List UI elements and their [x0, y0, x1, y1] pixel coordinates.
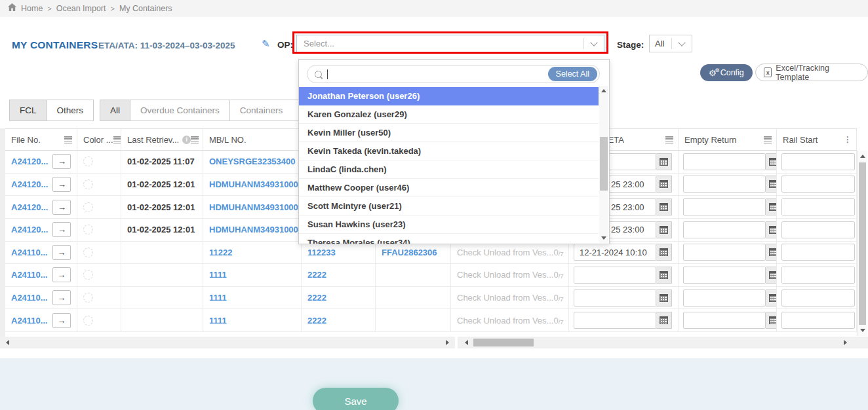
- stage-select[interactable]: All: [649, 35, 692, 52]
- open-file-arrow-button[interactable]: →: [52, 154, 71, 169]
- empty-return-input[interactable]: [683, 244, 766, 261]
- empty-return-input[interactable]: [683, 267, 766, 284]
- open-file-arrow-button[interactable]: →: [52, 245, 71, 260]
- calendar-button[interactable]: [766, 153, 777, 170]
- column-options-dots-icon[interactable]: ⋮: [844, 135, 852, 144]
- open-file-arrow-button[interactable]: →: [52, 222, 71, 237]
- tab-fcl[interactable]: FCL: [9, 100, 47, 121]
- open-file-arrow-button[interactable]: →: [52, 177, 71, 192]
- scroll-left-icon[interactable]: [465, 340, 468, 345]
- horizontal-scroll-thumb[interactable]: [473, 339, 534, 346]
- hbl-no-link[interactable]: 2222: [307, 316, 326, 326]
- op-option[interactable]: LindaC (linda.chen): [299, 160, 599, 179]
- open-file-arrow-button[interactable]: →: [52, 200, 71, 215]
- rail-start-input[interactable]: [781, 312, 855, 329]
- empty-return-input[interactable]: [683, 198, 766, 215]
- column-menu-icon[interactable]: [665, 136, 673, 143]
- empty-return-input[interactable]: [683, 312, 766, 329]
- scroll-right-icon[interactable]: [844, 340, 847, 345]
- calendar-button[interactable]: [656, 244, 672, 261]
- column-menu-icon[interactable]: [64, 136, 72, 143]
- calendar-button[interactable]: [656, 289, 672, 307]
- hbl-no-link[interactable]: 112233: [307, 248, 336, 257]
- config-button[interactable]: ⚙⚙ Config: [700, 64, 753, 81]
- file-no-link[interactable]: A24110...: [11, 293, 48, 303]
- empty-return-input[interactable]: [683, 289, 766, 307]
- calendar-button[interactable]: [766, 312, 777, 329]
- rail-start-input[interactable]: [781, 221, 855, 238]
- calendar-button[interactable]: [766, 289, 777, 307]
- calendar-button[interactable]: [766, 267, 777, 284]
- op-scroll-thumb[interactable]: [600, 137, 608, 191]
- file-no-link[interactable]: A24120...: [11, 202, 48, 212]
- rail-start-input[interactable]: [781, 244, 855, 261]
- open-file-arrow-button[interactable]: →: [52, 290, 71, 305]
- op-option[interactable]: Matthew Cooper (user46): [299, 179, 599, 197]
- empty-return-input[interactable]: [683, 153, 766, 170]
- mbl-no-link[interactable]: 1111: [209, 293, 227, 303]
- mbl-no-link[interactable]: 1111: [209, 270, 227, 280]
- op-option[interactable]: Scott Mcintyre (user21): [299, 197, 599, 215]
- calendar-button[interactable]: [656, 312, 672, 329]
- rail-start-input[interactable]: [781, 267, 855, 284]
- op-list-scrollbar[interactable]: [599, 86, 608, 243]
- op-option[interactable]: Jonathan Peterson (user26): [299, 87, 599, 105]
- calendar-button[interactable]: [766, 221, 777, 238]
- mbl-no-link[interactable]: 1111: [209, 316, 227, 326]
- frozen-pane-scrollbar[interactable]: [0, 337, 458, 348]
- main-pane-scrollbar[interactable]: [460, 337, 868, 348]
- scroll-up-icon[interactable]: [601, 89, 606, 92]
- tab-containers[interactable]: Containers: [229, 100, 308, 121]
- mbl-no-link[interactable]: ONEYSRGE32353400: [209, 157, 296, 166]
- scroll-left-icon[interactable]: [6, 340, 9, 345]
- calendar-button[interactable]: [766, 176, 777, 193]
- mbl-no-link[interactable]: HDMUHANM34931000: [209, 202, 298, 212]
- delivery-eta-input[interactable]: [574, 289, 656, 307]
- mbl-no-link[interactable]: HDMUHANM34931000: [209, 225, 298, 234]
- delivery-eta-input[interactable]: 12-21-2024 10:10: [574, 244, 656, 261]
- table-horizontal-scrollbar[interactable]: [0, 337, 868, 348]
- file-no-link[interactable]: A24110...: [11, 316, 48, 326]
- table-vertical-scrollbar[interactable]: [857, 151, 867, 336]
- rail-start-input[interactable]: [781, 176, 855, 193]
- excel-tracking-template-button[interactable]: Excel/Tracking Template: [755, 64, 868, 81]
- op-select[interactable]: Select...: [296, 35, 604, 52]
- scroll-down-icon[interactable]: [860, 329, 865, 332]
- column-menu-icon[interactable]: [113, 136, 121, 143]
- open-file-arrow-button[interactable]: →: [52, 267, 71, 282]
- calendar-button[interactable]: [656, 153, 672, 170]
- tab-others[interactable]: Others: [47, 100, 94, 121]
- rail-start-input[interactable]: [781, 198, 855, 215]
- delivery-eta-input[interactable]: [574, 312, 656, 329]
- mbl-no-link[interactable]: HDMUHANM34931000: [209, 179, 298, 189]
- op-option[interactable]: Kevin Takeda (kevin.takeda): [299, 142, 599, 160]
- rail-start-input[interactable]: [781, 153, 855, 170]
- save-button[interactable]: Save: [313, 388, 399, 410]
- scroll-up-icon[interactable]: [860, 155, 865, 158]
- scroll-down-icon[interactable]: [601, 236, 606, 240]
- hbl-no-link[interactable]: 2222: [307, 293, 326, 303]
- column-menu-icon[interactable]: [191, 136, 199, 143]
- vertical-scroll-thumb[interactable]: [859, 162, 866, 325]
- op-option[interactable]: Susan Hawkins (user23): [299, 215, 599, 234]
- tab-overdue-containers[interactable]: Overdue Containers: [130, 100, 230, 121]
- file-no-link[interactable]: A24120...: [11, 179, 48, 189]
- breadcrumb-home[interactable]: Home: [21, 4, 43, 13]
- file-no-link[interactable]: A24120...: [11, 157, 48, 166]
- calendar-button[interactable]: [656, 198, 672, 215]
- mbl-no-link[interactable]: 11222: [209, 248, 232, 257]
- container-no-link[interactable]: FFAU2862306: [382, 248, 437, 257]
- op-search-input[interactable]: Select All: [307, 65, 600, 83]
- info-icon[interactable]: i: [182, 136, 191, 144]
- open-file-arrow-button[interactable]: →: [52, 313, 71, 328]
- column-menu-icon[interactable]: [764, 136, 772, 143]
- tab-all[interactable]: All: [100, 100, 130, 121]
- chevron-down-icon[interactable]: [671, 38, 692, 49]
- chevron-down-icon[interactable]: [583, 38, 604, 49]
- empty-return-input[interactable]: [683, 221, 766, 238]
- rail-start-input[interactable]: [781, 289, 855, 307]
- calendar-button[interactable]: [656, 267, 672, 284]
- file-no-link[interactable]: A24110...: [11, 248, 48, 257]
- select-all-button[interactable]: Select All: [548, 67, 597, 81]
- file-no-link[interactable]: A24120...: [11, 225, 48, 234]
